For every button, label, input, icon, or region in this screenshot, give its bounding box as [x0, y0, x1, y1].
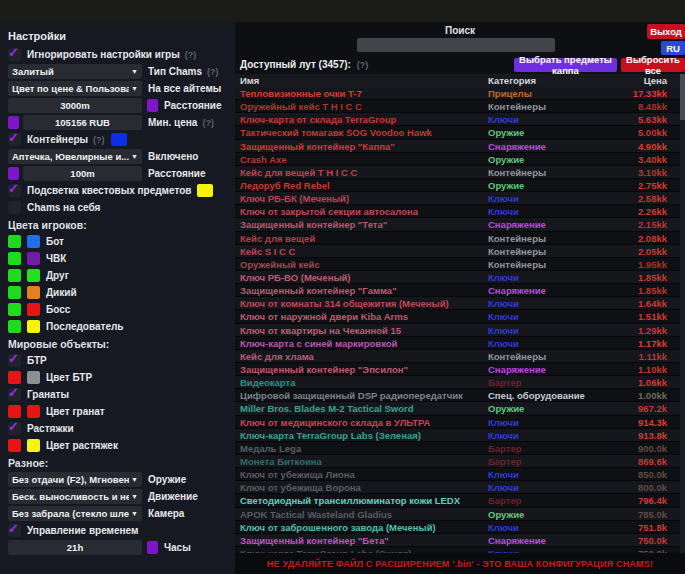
color-swatch-chams[interactable]: [27, 439, 40, 452]
colors-label: Бот: [46, 236, 64, 247]
table-row[interactable]: Кейс S I C CКонтейнеры2.05kk: [235, 245, 680, 258]
checkbox-контейнеры[interactable]: ✓: [8, 133, 21, 146]
color-swatch-visible[interactable]: [8, 303, 21, 316]
color-swatch-chams[interactable]: [27, 235, 40, 248]
table-row[interactable]: Ключ от заброшенного завода (Меченый)Клю…: [235, 521, 680, 534]
color-swatch-visible[interactable]: [8, 439, 21, 452]
table-row[interactable]: Ключ от убежища ЛионаКлючи850.0k: [235, 468, 680, 481]
value-input-часы[interactable]: 21h: [8, 540, 142, 555]
table-row[interactable]: Ключ-карта от склада TerraGroupКлючи5.63…: [235, 113, 680, 126]
settings-row-управление-временем: ✓Управление временем: [8, 522, 235, 539]
checkbox-игнорировать-настройки-игры[interactable]: ✓: [8, 48, 21, 61]
table-row[interactable]: APOK Tactical Wasteland GladiusОружие785…: [235, 508, 680, 521]
table-row[interactable]: Защищенный контейнер "Эпсилон"Снаряжение…: [235, 363, 680, 376]
dropdown-движение[interactable]: Беск. выносливость и нет уста▼: [8, 489, 142, 504]
table-row[interactable]: Оружейный кейсКонтейнеры1.95kk: [235, 258, 680, 271]
color-swatch-visible[interactable]: [8, 405, 21, 418]
value-input-расстояние[interactable]: 3000m: [8, 98, 142, 113]
color-swatch-chams[interactable]: [27, 269, 40, 282]
table-row[interactable]: Ледоруб Red RebelОружие2.75kk: [235, 179, 680, 192]
color-swatch[interactable]: [197, 184, 213, 197]
color-swatch-chams[interactable]: [27, 320, 40, 333]
footer-warning-bar: НЕ УДАЛЯЙТЕ ФАЙЛ С РАСШИРЕНИЕМ '.bin' - …: [235, 553, 685, 574]
settings-row-разное: Разное:: [8, 454, 235, 471]
color-swatch-visible[interactable]: [8, 235, 21, 248]
table-row[interactable]: Ключ от комнаты 314 общежития (Меченый)К…: [235, 297, 680, 310]
value-input-расстояние[interactable]: 100m: [23, 166, 142, 181]
color-swatch-visible[interactable]: [8, 320, 21, 333]
footer-warning-text: НЕ УДАЛЯЙТЕ ФАЙЛ С РАСШИРЕНИЕМ '.bin' - …: [267, 559, 653, 569]
color-swatch-chams[interactable]: [27, 405, 40, 418]
select-kappa-items-button[interactable]: Выбрать предметы каппа: [514, 58, 617, 72]
checkbox-растяжки[interactable]: ✓: [8, 422, 21, 435]
checkbox-подсветка-квестовых-предметов[interactable]: ✓: [8, 184, 21, 197]
table-row[interactable]: Ключ от закрытой секции автосалонаКлючи2…: [235, 205, 680, 218]
table-row[interactable]: Ключ от квартиры на Чеканной 15Ключи1.29…: [235, 324, 680, 337]
table-row[interactable]: Тепловизионные очки T-7Прицелы17.33kk: [235, 87, 680, 100]
table-row[interactable]: Тактический томагавк SOG Voodoo HawkОруж…: [235, 126, 680, 139]
table-row[interactable]: Ключ РБ-БК (Меченый)Ключи2.58kk: [235, 192, 680, 205]
item-category: Снаряжение: [488, 364, 605, 375]
color-swatch-chams[interactable]: [27, 303, 40, 316]
color-swatch[interactable]: [8, 116, 19, 129]
color-swatch-chams[interactable]: [27, 252, 40, 265]
table-row[interactable]: Miller Bros. Blades M-2 Tactical SwordОр…: [235, 402, 680, 415]
table-row[interactable]: Кейс для вещейКонтейнеры2.08kk: [235, 232, 680, 245]
table-row[interactable]: Цифровой защищенный DSP радиопередатчикС…: [235, 389, 680, 402]
colors-label: Последователь: [46, 321, 124, 332]
dropdown-оружие[interactable]: Без отдачи (F2), Мгновенное п▼: [8, 472, 142, 487]
search-input[interactable]: [357, 38, 555, 52]
table-row[interactable]: Защищенный контейнер "Гамма"Снаряжение1.…: [235, 284, 680, 297]
color-swatch-visible[interactable]: [8, 269, 21, 282]
table-row[interactable]: Кейс для хламаКонтейнеры1.11kk: [235, 350, 680, 363]
item-name: Ледоруб Red Rebel: [235, 180, 488, 191]
table-row[interactable]: Защищенный контейнер "Тета"Снаряжение2.1…: [235, 218, 680, 231]
table-row[interactable]: Оружейный кейс T H I C CКонтейнеры8.48kk: [235, 100, 680, 113]
dropdown-на-все-айтемы[interactable]: Цвет по цене & Пользователь▼: [8, 81, 142, 96]
checkbox-chams-на-себя[interactable]: [8, 201, 21, 214]
table-row[interactable]: Ключ РБ-ВО (Меченый)Ключи1.85kk: [235, 271, 680, 284]
item-name: Защищенный контейнер "Эпсилон": [235, 364, 488, 375]
item-price: 1.85kk: [605, 272, 680, 283]
color-swatch[interactable]: [8, 167, 19, 180]
color-swatch-chams[interactable]: [27, 371, 40, 384]
table-row[interactable]: ВидеокартаБартер1.06kk: [235, 376, 680, 389]
color-swatch[interactable]: [111, 133, 127, 146]
color-swatch[interactable]: [147, 541, 158, 554]
item-price: 967.2k: [605, 403, 680, 414]
checkbox-label: Игнорировать настройки игры: [27, 49, 180, 60]
color-swatch[interactable]: [147, 99, 158, 112]
dropdown-тип-chams[interactable]: Залитый▼: [8, 64, 142, 79]
table-row[interactable]: Медаль LegaБартер900.0k: [235, 442, 680, 455]
item-category: Ключи: [488, 469, 605, 480]
table-row[interactable]: Кейс для вещей T H I C CКонтейнеры3.10kk: [235, 166, 680, 179]
checkbox-управление-временем[interactable]: ✓: [8, 524, 21, 537]
table-row[interactable]: Ключ от убежища ВоронаКлючи800.0k: [235, 481, 680, 494]
drop-all-button[interactable]: Выбросить все: [621, 58, 685, 72]
vertical-scrollbar: [680, 74, 685, 553]
color-swatch-chams[interactable]: [27, 286, 40, 299]
table-row[interactable]: Crash AxeОружие3.40kk: [235, 153, 680, 166]
color-swatch-visible[interactable]: [8, 371, 21, 384]
dropdown-включено[interactable]: Аптечка, Ювелирные и...▼: [8, 149, 142, 164]
table-row[interactable]: Ключ-карта TerraGroup Labs (Зеленая)Ключ…: [235, 429, 680, 442]
scrollbar-thumb[interactable]: [680, 74, 685, 120]
table-row[interactable]: Монета БиткоинаБартер869.6k: [235, 455, 680, 468]
column-header-name[interactable]: Имя: [235, 75, 488, 86]
column-header-price[interactable]: Цена: [605, 75, 680, 86]
checkbox-бтр[interactable]: ✓: [8, 354, 21, 367]
color-swatch-visible[interactable]: [8, 286, 21, 299]
table-row[interactable]: Светодиодный трансиллюминатор кожи LEDXБ…: [235, 494, 680, 507]
language-button[interactable]: RU: [661, 41, 685, 55]
value-input-мин-цена[interactable]: 105156 RUB: [23, 115, 142, 130]
table-row[interactable]: Защищенный контейнер "Бета"Снаряжение750…: [235, 534, 680, 547]
color-swatch-visible[interactable]: [8, 252, 21, 265]
table-row[interactable]: Ключ от медицинского склада в УЛЬТРАКлюч…: [235, 416, 680, 429]
table-row[interactable]: Ключ от наружной двери Kiba ArmsКлючи1.5…: [235, 310, 680, 323]
checkbox-гранаты[interactable]: ✓: [8, 388, 21, 401]
exit-button[interactable]: Выход: [647, 24, 685, 39]
column-header-category[interactable]: Категория: [488, 75, 605, 86]
table-row[interactable]: Ключ-карта с синей маркировкойКлючи1.17k…: [235, 337, 680, 350]
dropdown-камера[interactable]: Без забрала (стекло шлема)▼: [8, 506, 142, 521]
table-row[interactable]: Защищенный контейнер "Каппа"Снаряжение4.…: [235, 140, 680, 153]
